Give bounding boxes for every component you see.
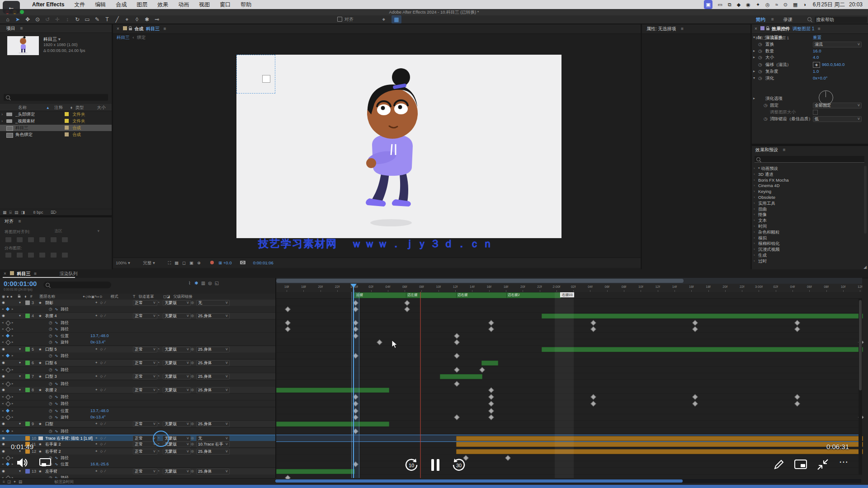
expand-icon[interactable]: ▾ <box>19 346 21 352</box>
mask-shape-tool-icon[interactable]: ▭ <box>82 15 92 23</box>
property-row[interactable]: ◂▸◷∿路径 <box>0 352 275 359</box>
property-name[interactable]: 位置 <box>61 408 69 414</box>
parent-pickwhip-icon[interactable]: ◎ <box>191 441 194 447</box>
property-name[interactable]: 路径 <box>61 394 69 400</box>
layer-duration-bar[interactable] <box>542 347 863 352</box>
property-name[interactable]: 路径 <box>61 352 69 359</box>
add-keyframe-icon[interactable] <box>6 429 9 433</box>
layer-switches[interactable]: ✦◇∕ <box>95 435 108 441</box>
column-layer-name[interactable]: 图层名称 <box>40 294 55 299</box>
project-row[interactable]: ›_头部绑定文件夹 <box>0 111 112 117</box>
keyframe-icon[interactable] <box>488 387 494 393</box>
layer-row[interactable]: ◉▾3★阴影✦◇∕正常˅◔无蒙版˅◎无˅ <box>0 300 275 306</box>
graph-icon[interactable]: ∿ <box>55 306 58 312</box>
stopwatch-icon[interactable]: ◷ <box>758 54 762 61</box>
next-keyframe-icon[interactable]: ▸ <box>12 366 14 373</box>
layer-row[interactable]: ◉▾6★口型 6✦◇∕正常˅◔无蒙版˅◎25.身体˅ <box>0 360 275 366</box>
type-tool-icon[interactable]: T <box>102 15 112 23</box>
stopwatch-icon[interactable]: ◷ <box>49 306 52 312</box>
project-item-name[interactable]: 科目三 <box>43 37 57 42</box>
parent-select[interactable]: 25.身体˅ <box>196 449 230 455</box>
track-matte-select[interactable]: 无蒙版˅ <box>163 347 191 352</box>
layer-duration-bar[interactable] <box>276 422 389 427</box>
project-item-name[interactable]: _视频素材 <box>15 118 35 124</box>
property-value[interactable]: 16.0 <box>813 48 821 54</box>
effect-controls-menu-icon[interactable]: ≡ <box>818 26 821 31</box>
parent-select[interactable]: 25.身体˅ <box>196 360 230 366</box>
property-dropdown[interactable]: 湍流˅ <box>813 42 862 47</box>
expander-icon[interactable]: ▾ <box>753 75 755 81</box>
grid-snap-icon[interactable]: ▦ <box>392 15 401 23</box>
next-keyframe-icon[interactable]: ▸ <box>12 339 14 345</box>
blend-mode-select[interactable]: 正常˅ <box>133 387 157 393</box>
label-chip[interactable] <box>25 300 30 305</box>
keyframe-icon[interactable] <box>454 381 460 387</box>
player-pause-button[interactable] <box>430 458 440 472</box>
keyframe-icon[interactable] <box>404 300 410 306</box>
property-row[interactable]: ◂▸◷∿旋转0x-13.4° <box>0 339 275 346</box>
current-timecode[interactable]: 0:00:01:00 <box>4 280 37 287</box>
stopwatch-icon[interactable]: ◷ <box>758 48 762 54</box>
layer-switches[interactable]: ✦◇∕ <box>95 421 108 427</box>
layer-name[interactable]: 衣摆 4 <box>45 313 93 319</box>
expand-icon[interactable]: › <box>1 111 3 117</box>
preset-category[interactable]: ›沉浸式视频 <box>754 247 865 252</box>
keyframe-icon[interactable] <box>488 394 494 400</box>
rotation-tool-icon[interactable]: ↻ <box>72 15 82 23</box>
panel-resize-grip[interactable]: ◢ <box>863 265 867 269</box>
align-button[interactable] <box>28 237 34 242</box>
stopwatch-icon[interactable]: ◷ <box>49 408 52 414</box>
prev-keyframe-icon[interactable]: ◂ <box>2 366 4 373</box>
effect-property-row[interactable]: ▸演化选项 <box>752 95 868 102</box>
composition-panel-menu-icon[interactable]: ≡ <box>164 26 166 31</box>
menu-6[interactable]: 动画 <box>178 0 189 9</box>
graph-icon[interactable]: ∿ <box>55 400 58 407</box>
stopwatch-icon[interactable]: ◷ <box>49 339 52 345</box>
mini-flowchart-icon[interactable]: ⌇ <box>186 281 193 286</box>
mask-feather-icon[interactable]: ⌖ <box>379 15 389 23</box>
layer-name[interactable]: 右手臂 2 <box>45 448 93 455</box>
lock-icon[interactable] <box>129 28 132 30</box>
expander-icon[interactable]: › <box>754 230 755 235</box>
properties-panel-menu-icon[interactable]: ≡ <box>681 26 684 31</box>
stopwatch-icon[interactable]: ◷ <box>49 333 52 339</box>
keyframe-icon[interactable] <box>285 326 291 332</box>
keyframe-icon[interactable] <box>377 339 382 345</box>
composition-tab-close-icon[interactable]: × <box>117 26 119 31</box>
expand-icon[interactable]: ▾ <box>19 468 21 474</box>
preset-category[interactable]: ›Keying <box>754 189 865 194</box>
label-chip[interactable] <box>25 388 30 392</box>
home-tool-icon[interactable]: ⌂ <box>3 15 13 23</box>
preset-category[interactable]: ›杂色和颗粒 <box>754 230 865 235</box>
timeline-search-field[interactable] <box>43 282 111 288</box>
parent-pickwhip-icon[interactable]: ◎ <box>191 300 194 306</box>
graph-icon[interactable]: ∿ <box>55 352 58 359</box>
property-name[interactable]: 旋转 <box>61 339 69 345</box>
breadcrumb-current-comp[interactable]: 科目三 <box>117 35 130 40</box>
stopwatch-icon[interactable]: ◷ <box>758 68 762 75</box>
layer-switches[interactable]: ✦◇∕ <box>95 468 108 474</box>
preset-category[interactable]: ›模拟 <box>754 235 865 241</box>
add-keyframe-icon[interactable] <box>6 354 9 357</box>
label-chip[interactable] <box>65 119 69 123</box>
eye-icon[interactable]: ◉ <box>2 300 5 306</box>
frame-blend-icon[interactable]: ▥ <box>200 281 207 286</box>
breadcrumb-parent-comp[interactable]: 绑定 <box>137 35 146 40</box>
align-button[interactable] <box>62 253 68 258</box>
zoom-window-button[interactable] <box>20 10 24 14</box>
launchpad-icon[interactable]: ✦ <box>756 0 760 9</box>
align-button[interactable] <box>51 253 57 258</box>
column-size[interactable]: 大小 <box>97 105 105 110</box>
layer-name[interactable]: 口型 6 <box>45 360 93 366</box>
evolution-dial[interactable] <box>819 90 833 105</box>
selection-anchor-handle[interactable] <box>262 75 270 83</box>
window-titlebar[interactable]: Adobe After Effects 2024 - 10.科目三 (已转换) … <box>0 9 868 16</box>
label-chip[interactable] <box>25 436 30 441</box>
input-source-icon[interactable]: ▦ <box>793 0 797 9</box>
layer-row[interactable]: ◉▾12★右手臂 2✦◇∕正常˅◔无蒙版˅◎25.身体˅ <box>0 448 275 455</box>
expander-icon[interactable]: › <box>754 206 755 212</box>
stopwatch-icon[interactable]: ◷ <box>49 319 52 326</box>
next-keyframe-icon[interactable]: ▸ <box>12 306 14 312</box>
expander-icon[interactable]: › <box>754 212 755 217</box>
layer-name[interactable]: 衣摆 2 <box>45 387 93 393</box>
